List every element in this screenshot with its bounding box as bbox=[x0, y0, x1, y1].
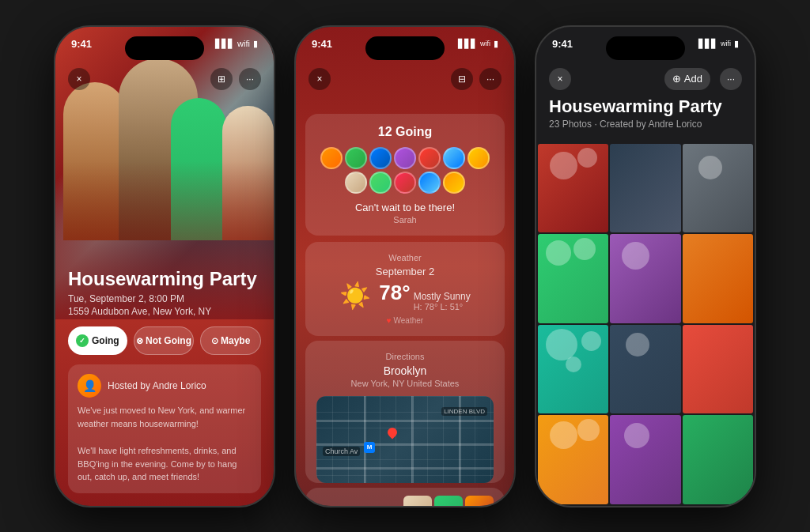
photo-9[interactable] bbox=[683, 325, 753, 414]
maybe-button[interactable]: ⊙ Maybe bbox=[200, 326, 261, 355]
photo-10-inner bbox=[538, 415, 608, 504]
face-1 bbox=[550, 152, 577, 179]
photo-7[interactable] bbox=[538, 325, 608, 414]
close-button-2[interactable]: × bbox=[308, 68, 331, 90]
weather-card: Weather September 2 ☀️ 78° Mostly Sunny … bbox=[305, 242, 505, 336]
face-11 bbox=[550, 421, 577, 449]
comment-author: Sarah bbox=[316, 215, 494, 224]
host-row: 👤 Hosted by Andre Lorico bbox=[78, 374, 252, 398]
avatar-3 bbox=[369, 147, 392, 169]
close-button-1[interactable]: × bbox=[68, 68, 90, 90]
photo-11[interactable] bbox=[610, 415, 680, 504]
photo-5[interactable] bbox=[610, 234, 680, 323]
camera-icon-1: ⊞ bbox=[218, 74, 225, 85]
iphone-2: 9:41 ▋▋▋ wifi ▮ × ⊟ ··· bbox=[294, 25, 516, 507]
weather-high-low: H: 78° L: 51° bbox=[414, 302, 471, 311]
photo-1[interactable] bbox=[538, 144, 608, 233]
phone3-content: 9:41 ▋▋▋ wifi ▮ × ⊕ Add ··· bbox=[536, 27, 755, 506]
map-road-h2 bbox=[316, 443, 494, 446]
face-12 bbox=[577, 419, 600, 441]
face-10 bbox=[626, 333, 649, 357]
avatar-11 bbox=[418, 172, 441, 194]
metro-icon: M bbox=[364, 442, 375, 453]
more-button-3[interactable]: ··· bbox=[720, 68, 742, 90]
photo-3[interactable] bbox=[683, 144, 753, 233]
avatar-6 bbox=[443, 147, 465, 169]
photo-5-inner bbox=[610, 234, 680, 323]
avatar-2 bbox=[345, 147, 367, 169]
event-date-1: Tue, September 2, 8:00 PM bbox=[68, 293, 261, 304]
photo-6[interactable] bbox=[683, 234, 753, 323]
photo-8-inner bbox=[610, 325, 680, 414]
album-title: Housewarming Party bbox=[549, 96, 742, 117]
rsvp-row-1: ✓ Going ⊗ Not Going ⊙ Maybe bbox=[68, 326, 261, 355]
dynamic-island-3 bbox=[606, 36, 685, 60]
photo-2[interactable] bbox=[610, 144, 680, 233]
directions-location: Brooklyn bbox=[316, 364, 494, 377]
album-thumbnails bbox=[403, 496, 494, 506]
camera-button-1[interactable]: ⊞ bbox=[210, 68, 233, 90]
temperature: 78° bbox=[379, 281, 410, 305]
album-thumb-1 bbox=[403, 496, 432, 506]
photo-11-inner bbox=[610, 415, 680, 504]
phone1-info: Housewarming Party Tue, September 2, 8:0… bbox=[55, 255, 274, 506]
battery-icon-1: ▮ bbox=[253, 39, 258, 49]
signal-icon-3: ▋▋▋ bbox=[698, 39, 717, 49]
add-button[interactable]: ⊕ Add bbox=[664, 68, 710, 90]
phone1-content: 9:41 ▋▋▋ wifi ▮ × ⊞ ··· Housewar bbox=[55, 27, 274, 506]
album-thumb-3 bbox=[465, 496, 494, 506]
map-road-h1 bbox=[316, 420, 494, 422]
signal-icon-1: ▋▋▋ bbox=[215, 39, 234, 49]
photo-3-inner bbox=[683, 144, 753, 233]
avatar-1 bbox=[320, 147, 343, 169]
directions-section-label: Directions bbox=[316, 352, 494, 361]
weather-info: 78° Mostly Sunny H: 78° L: 51° bbox=[379, 281, 470, 311]
map-view[interactable]: M Church Av LINDEN BLVD bbox=[316, 396, 494, 483]
status-icons-2: ▋▋▋ wifi ▮ bbox=[458, 39, 498, 49]
dynamic-island-1 bbox=[125, 36, 204, 60]
map-road-v1 bbox=[364, 396, 366, 483]
phone1-toolbar: × ⊞ ··· bbox=[55, 68, 274, 90]
calendar-button-2[interactable]: ⊟ bbox=[451, 68, 473, 90]
directions-region: New York, NY United States bbox=[316, 379, 494, 388]
status-time-3: 9:41 bbox=[552, 38, 573, 50]
going-button[interactable]: ✓ Going bbox=[68, 326, 127, 355]
checkmark-icon: ✓ bbox=[76, 334, 89, 347]
face-7 bbox=[546, 329, 577, 360]
more-button-2[interactable]: ··· bbox=[479, 68, 502, 90]
weather-date: September 2 bbox=[316, 266, 494, 277]
face-9 bbox=[566, 357, 581, 372]
not-going-button[interactable]: ⊗ Not Going bbox=[134, 326, 195, 355]
toolbar-right-1: ⊞ ··· bbox=[210, 68, 261, 90]
close-button-3[interactable]: × bbox=[549, 68, 571, 90]
photo-8[interactable] bbox=[610, 325, 680, 414]
album-subtitle: 23 Photos · Created by Andre Lorico bbox=[549, 119, 742, 130]
photo-4[interactable] bbox=[538, 234, 608, 323]
map-road-h3 bbox=[316, 467, 494, 470]
going-count: 12 Going bbox=[316, 125, 494, 139]
directions-card: Directions Brooklyn New York, NY United … bbox=[305, 341, 505, 483]
photo-4-inner bbox=[538, 234, 608, 323]
toolbar-right-2: ⊟ ··· bbox=[451, 68, 502, 90]
wifi-icon-1: wifi bbox=[237, 39, 250, 48]
event-address-1: 1559 Audubon Ave, New York, NY bbox=[68, 306, 261, 317]
sun-icon: ☀️ bbox=[339, 281, 371, 311]
host-card: 👤 Hosted by Andre Lorico We've just move… bbox=[68, 364, 261, 493]
face-6 bbox=[622, 242, 649, 270]
shared-album-card[interactable]: Shared Album bbox=[305, 488, 505, 506]
plus-icon: ⊕ bbox=[672, 73, 681, 85]
avatar-10 bbox=[394, 172, 416, 194]
face-2 bbox=[577, 148, 597, 168]
attendee-comment: Can't wait to be there! bbox=[316, 202, 494, 213]
going-card: 12 Going Can't wait to be there! S bbox=[305, 114, 505, 236]
avatar-9 bbox=[369, 172, 392, 194]
map-road-v2 bbox=[411, 396, 414, 483]
more-button-1[interactable]: ··· bbox=[239, 68, 261, 90]
photo-10[interactable] bbox=[538, 415, 608, 504]
photo-12[interactable] bbox=[683, 415, 753, 504]
wifi-icon-2: wifi bbox=[480, 40, 490, 47]
host-desc-1: We've just moved to New York, and warmer… bbox=[78, 404, 252, 430]
avatar-5 bbox=[418, 147, 441, 169]
weather-description: Mostly Sunny bbox=[414, 291, 471, 302]
map-street-label: Church Av bbox=[323, 447, 360, 456]
